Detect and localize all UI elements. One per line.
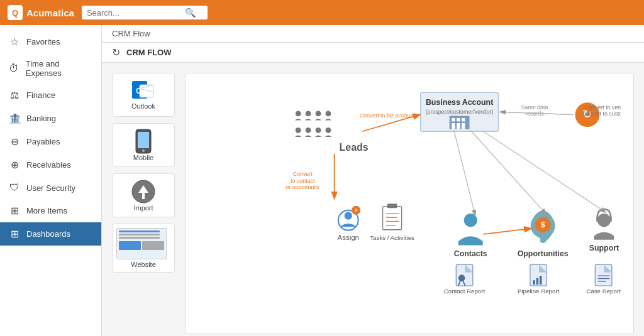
- receivables-icon: ⊕: [9, 159, 20, 171]
- svg-text:Contacts: Contacts: [454, 249, 487, 258]
- dashboards-icon: ⊞: [9, 228, 20, 240]
- svg-point-21: [306, 111, 311, 117]
- website-line-2: [119, 234, 160, 236]
- refresh-icon[interactable]: ↻: [112, 46, 120, 58]
- svg-point-48: [464, 214, 477, 227]
- banking-icon: 🏦: [9, 112, 20, 124]
- outlook-icon: O: [131, 80, 156, 102]
- diagram-area: O Outlook Mobile: [102, 63, 644, 336]
- more-items-icon: ⊞: [9, 205, 20, 217]
- main-layout: ☆ Favorites ⏱ Time and Expenses ⚖ Financ…: [0, 25, 644, 336]
- main-content: CRM Flow ↻ CRM FLOW O Outlook: [102, 25, 644, 336]
- svg-rect-18: [457, 123, 460, 129]
- sidebar-label-payables: Payables: [26, 137, 60, 146]
- sidebar-item-favorites[interactable]: ☆ Favorites: [0, 30, 101, 53]
- sidebar-label-banking: Banking: [26, 114, 56, 123]
- flow-diagram: Business Account (prospect/customer/vend…: [185, 73, 634, 334]
- svg-point-74: [458, 274, 465, 281]
- mobile-icon: [135, 129, 152, 154]
- svg-text:(prospect/customer/vendor): (prospect/customer/vendor): [426, 109, 494, 115]
- content-title: CRM FLOW: [126, 48, 171, 57]
- svg-line-60: [484, 229, 531, 234]
- svg-rect-6: [138, 132, 149, 148]
- svg-line-63: [482, 130, 605, 212]
- payables-icon: ⊖: [9, 136, 20, 148]
- sidebar-item-user-security[interactable]: 🛡 User Security: [0, 176, 101, 199]
- svg-rect-81: [536, 278, 539, 285]
- svg-text:O: O: [136, 87, 142, 95]
- svg-point-56: [597, 214, 611, 227]
- outlook-label: Outlook: [131, 102, 155, 110]
- svg-text:Business Account: Business Account: [426, 98, 493, 107]
- sidebar-item-receivables[interactable]: ⊕ Receivables: [0, 153, 101, 176]
- svg-rect-58: [609, 217, 611, 222]
- svg-text:Pipeline Report: Pipeline Report: [518, 288, 560, 295]
- svg-rect-41: [387, 203, 397, 208]
- import-card[interactable]: Import: [112, 173, 175, 217]
- finance-icon: ⚖: [9, 89, 20, 101]
- top-navigation: Q Acumatica 🔍: [0, 0, 644, 25]
- sidebar-label-more-items: More Items: [26, 206, 67, 215]
- svg-text:Case Report: Case Report: [586, 288, 621, 295]
- svg-text:Opportunities: Opportunities: [518, 249, 569, 258]
- sidebar-item-more-items[interactable]: ⊞ More Items: [0, 199, 101, 222]
- sidebar-item-banking[interactable]: 🏦 Banking: [0, 107, 101, 130]
- svg-line-61: [454, 130, 475, 214]
- import-icon: [131, 179, 156, 204]
- svg-point-27: [325, 127, 331, 133]
- user-security-icon: 🛡: [9, 182, 20, 193]
- website-label: Website: [116, 261, 170, 268]
- svg-text:Convert to vendor: Convert to vendor: [585, 104, 621, 111]
- sidebar-item-finance[interactable]: ⚖ Finance: [0, 84, 101, 107]
- svg-rect-19: [462, 123, 465, 129]
- svg-text:Leads: Leads: [340, 142, 369, 153]
- svg-rect-15: [457, 118, 460, 121]
- sidebar-label-user-security: User Security: [26, 183, 75, 193]
- svg-text:+: +: [354, 207, 358, 214]
- svg-point-20: [296, 111, 301, 117]
- svg-text:Tasks / Activities: Tasks / Activities: [370, 234, 414, 241]
- svg-rect-14: [452, 118, 455, 121]
- website-line-1: [119, 230, 160, 232]
- search-input[interactable]: [87, 8, 181, 18]
- logo-icon: Q: [8, 5, 23, 20]
- left-icons-panel: O Outlook Mobile: [112, 73, 175, 334]
- svg-rect-84: [595, 264, 612, 286]
- sidebar-item-payables[interactable]: ⊖ Payables: [0, 130, 101, 153]
- svg-point-23: [325, 111, 331, 117]
- app-name: Acumatica: [26, 8, 74, 18]
- content-header: ↻ CRM FLOW: [102, 43, 644, 63]
- sidebar-label-time-expenses: Time and Expenses: [26, 59, 92, 78]
- svg-text:Convert to customer: Convert to customer: [582, 111, 621, 117]
- sidebar-item-time-expenses[interactable]: ⏱ Time and Expenses: [0, 53, 101, 84]
- mobile-card[interactable]: Mobile: [112, 123, 175, 167]
- svg-rect-17: [452, 123, 455, 129]
- mobile-label: Mobile: [133, 154, 153, 161]
- sidebar-label-finance: Finance: [26, 90, 55, 100]
- svg-text:Support: Support: [589, 244, 619, 252]
- sidebar-label-dashboards: Dashboards: [26, 229, 70, 239]
- svg-text:Assign: Assign: [337, 234, 358, 241]
- outlook-card[interactable]: O Outlook: [112, 73, 175, 117]
- website-line-3: [119, 237, 160, 239]
- svg-text:Convert to biz account: Convert to biz account: [360, 112, 415, 119]
- svg-text:Convert: Convert: [293, 171, 313, 177]
- logo[interactable]: Q Acumatica: [8, 5, 74, 20]
- website-card[interactable]: Website: [112, 224, 175, 273]
- svg-rect-16: [462, 118, 465, 121]
- time-expenses-icon: ⏱: [9, 63, 19, 74]
- search-box[interactable]: 🔍: [82, 6, 208, 19]
- svg-rect-82: [540, 276, 542, 285]
- svg-text:or opportunity: or opportunity: [286, 184, 320, 190]
- favorites-icon: ☆: [9, 36, 20, 48]
- import-label: Import: [133, 204, 153, 212]
- flow-svg: Business Account (prospect/customer/vend…: [198, 86, 621, 321]
- sidebar: ☆ Favorites ⏱ Time and Expenses ⚖ Financ…: [0, 25, 102, 336]
- svg-rect-80: [533, 280, 535, 285]
- svg-text:records: records: [525, 111, 544, 117]
- svg-point-36: [345, 212, 352, 219]
- svg-line-62: [470, 130, 545, 214]
- search-icon: 🔍: [185, 8, 196, 18]
- sidebar-item-dashboards[interactable]: ⊞ Dashboards: [0, 222, 101, 246]
- sidebar-label-favorites: Favorites: [26, 37, 60, 46]
